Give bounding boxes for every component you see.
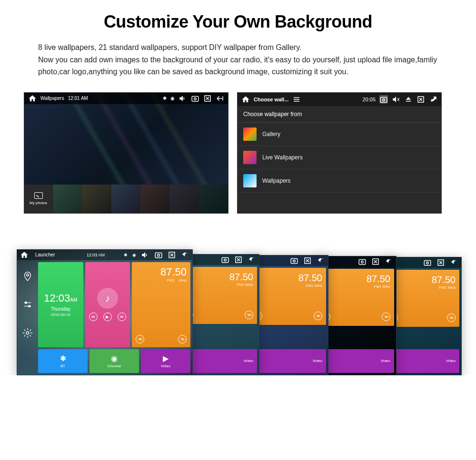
my-photos-tile[interactable]: My photos <box>24 185 53 213</box>
nav-pin-icon[interactable] <box>22 271 33 282</box>
camera-icon[interactable] <box>221 255 229 264</box>
camera-icon[interactable] <box>379 95 388 104</box>
gallery-icon <box>243 127 257 141</box>
back-arrow-icon[interactable] <box>317 256 325 265</box>
wallpaper-thumb[interactable] <box>111 185 140 213</box>
radio-tile[interactable]: 87.50 FM1 MHz ≪≫ <box>386 270 459 327</box>
camera-icon[interactable] <box>191 94 199 103</box>
video-tile[interactable]: ▶ Video <box>386 349 459 373</box>
wallpaper-thumbnails: My photos <box>24 185 228 213</box>
screen-title: Choose wall... <box>254 97 288 102</box>
menu-icon[interactable] <box>292 95 301 104</box>
prev-track-icon[interactable]: ≪ <box>89 313 98 321</box>
wallpaper-picker-screenshot: Wallpapers 12:01 AM ✱ ◉ My photos <box>24 92 228 214</box>
seek-prev-icon[interactable]: ≪ <box>136 335 144 343</box>
camera-icon[interactable] <box>290 256 298 265</box>
home-icon[interactable] <box>20 251 29 259</box>
svg-point-27 <box>26 332 29 334</box>
back-arrow-icon[interactable] <box>385 257 393 266</box>
chrome-tile[interactable]: ◉ Chrome <box>89 349 139 373</box>
back-icon[interactable] <box>216 94 224 103</box>
camera-icon[interactable] <box>423 258 432 267</box>
svg-point-13 <box>361 261 364 263</box>
wallpaper-thumb[interactable] <box>140 185 169 213</box>
option-wallpapers[interactable]: Wallpapers <box>238 169 441 193</box>
card-topbar <box>248 255 328 266</box>
clock-time: 12:01 AM <box>68 96 88 101</box>
svg-rect-21 <box>155 253 162 258</box>
launcher-sidebar <box>19 262 36 347</box>
camera-icon[interactable] <box>358 257 367 266</box>
bluetooth-tile[interactable]: ✱ BT <box>38 349 88 373</box>
radio-tile[interactable]: 87.50 FM1 MHz ≪ ≫ <box>132 262 190 347</box>
back-icon[interactable] <box>429 95 437 104</box>
option-gallery[interactable]: Gallery <box>238 123 441 146</box>
wallpaper-thumb[interactable] <box>169 185 198 213</box>
volume-icon[interactable] <box>141 251 149 259</box>
settings-gear-icon[interactable] <box>22 328 33 338</box>
video-tile[interactable]: ▶ Video <box>318 349 394 373</box>
launcher-card-front: Launcher 12:03 AM ✱ ◉ 12:03AM Thursda <box>17 249 193 375</box>
svg-point-1 <box>194 98 197 100</box>
next-icon[interactable]: ≫ <box>245 311 253 319</box>
chooser-section-header: Choose wallpaper from <box>238 106 441 123</box>
live-wallpapers-icon <box>243 151 257 164</box>
back-arrow-icon[interactable] <box>248 255 256 264</box>
close-icon[interactable] <box>371 257 380 266</box>
svg-point-24 <box>27 274 29 276</box>
photo-icon <box>34 192 43 199</box>
seek-next-icon[interactable]: ≫ <box>178 335 187 343</box>
launcher-card: 87.50 FM1 MHz ≪≫ ▶ Video <box>248 255 328 375</box>
home-icon[interactable] <box>28 94 37 103</box>
svg-rect-3 <box>294 97 299 98</box>
choose-wallpaper-screenshot: Choose wall... 20:05 Choose wallpaper fr… <box>237 92 442 214</box>
screen-title: Wallpapers <box>40 96 64 101</box>
next-icon[interactable]: ≫ <box>314 312 322 320</box>
close-icon[interactable] <box>416 95 425 104</box>
video-tile[interactable]: ▶ Video <box>141 349 190 373</box>
wallpaper-thumb[interactable] <box>53 185 82 213</box>
music-note-icon: ♪ <box>97 288 118 309</box>
svg-rect-12 <box>359 259 366 264</box>
card-topbar: Launcher 12:03 AM ✱ ◉ <box>17 250 192 260</box>
back-arrow-icon[interactable] <box>181 251 189 259</box>
music-tile[interactable]: ♪ ≪ ▶ ≫ <box>85 262 130 347</box>
clock-time: 20:05 <box>362 97 376 102</box>
back-arrow-icon[interactable] <box>450 258 458 267</box>
page-title: Customize Your Own Background <box>38 12 438 32</box>
next-icon[interactable]: ≫ <box>447 313 456 322</box>
play-icon[interactable]: ▶ <box>103 313 112 321</box>
svg-point-26 <box>29 305 30 307</box>
eject-icon[interactable] <box>404 95 413 104</box>
bluetooth-icon: ✱ <box>124 253 128 257</box>
svg-point-22 <box>158 254 160 256</box>
svg-point-7 <box>383 98 385 101</box>
clock-tile[interactable]: 12:03AM Thursday 2016-08-18 <box>38 262 83 347</box>
wallpaper-thumb[interactable] <box>82 185 111 213</box>
camera-icon[interactable] <box>154 251 163 259</box>
mute-icon[interactable] <box>392 95 400 104</box>
next-track-icon[interactable]: ≫ <box>118 313 126 321</box>
chrome-icon: ◉ <box>111 354 118 363</box>
close-icon[interactable] <box>234 255 243 264</box>
volume-icon[interactable] <box>178 94 187 103</box>
close-icon[interactable] <box>168 251 176 259</box>
bluetooth-icon: ✱ <box>60 354 66 363</box>
radio-tile[interactable]: 87.50 FM1 MHz ≪≫ <box>250 268 326 325</box>
location-icon: ◉ <box>132 253 136 257</box>
tuner-icon[interactable] <box>22 299 33 310</box>
radio-tile[interactable]: 87.50 FM1 MHz ≪≫ <box>318 269 394 326</box>
svg-point-19 <box>224 259 227 261</box>
svg-rect-18 <box>222 257 228 263</box>
wallpaper-thumb[interactable] <box>199 185 228 213</box>
next-icon[interactable]: ≫ <box>382 313 390 321</box>
close-icon[interactable] <box>303 256 312 265</box>
video-tile[interactable]: ▶ Video <box>250 349 326 373</box>
home-icon[interactable] <box>241 95 250 104</box>
close-icon[interactable] <box>203 94 212 103</box>
wallpapers-icon <box>243 174 257 187</box>
svg-rect-6 <box>380 97 387 102</box>
close-icon[interactable] <box>436 258 445 267</box>
launcher-carousel: 87.50 FM1 MHz ≪≫ ▶ Video 87.50 <box>0 237 476 375</box>
option-live-wallpapers[interactable]: Live Wallpapers <box>238 146 441 169</box>
